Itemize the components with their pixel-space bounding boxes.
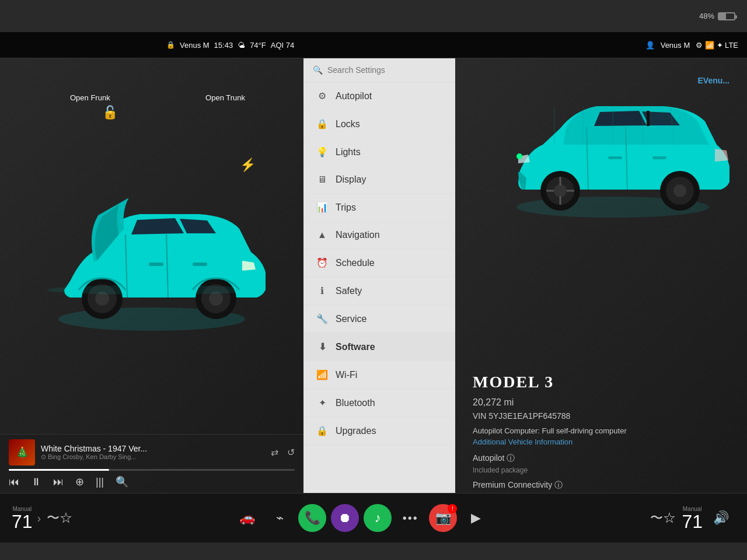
statusbar-user-name: Venus M xyxy=(661,41,690,50)
search-input[interactable] xyxy=(327,65,446,75)
car-visualization-left: Open Frunk Open Trunk 🔓 ⚡ xyxy=(0,58,303,434)
heat-icon[interactable]: 〜☆ xyxy=(46,504,74,532)
prev-button[interactable]: ⏮ xyxy=(9,476,19,488)
svg-rect-13 xyxy=(647,111,650,126)
left-panel: Open Frunk Open Trunk 🔓 ⚡ xyxy=(0,58,303,493)
taskbar-right: 〜☆ Manual 71 🔊 xyxy=(649,504,735,532)
settings-item-locks[interactable]: 🔒Locks xyxy=(304,110,455,138)
car-icon[interactable]: 🚗 xyxy=(233,504,261,532)
statusbar-user: Venus M xyxy=(180,41,210,50)
right-panel: EVenu... xyxy=(455,58,747,493)
play-icon[interactable]: ▶ xyxy=(462,504,490,532)
settings-item-trips[interactable]: 📊Trips xyxy=(304,194,455,222)
statusbar-time: 15:43 xyxy=(214,41,233,50)
svg-rect-26 xyxy=(608,156,622,159)
search-music-icon[interactable]: 🔍 xyxy=(116,475,128,488)
display-icon: 🖥 xyxy=(316,174,329,185)
settings-item-safety[interactable]: ℹSafety xyxy=(304,277,455,305)
battery-indicator: 48% xyxy=(699,12,735,20)
open-frunk-label[interactable]: Open Frunk xyxy=(70,93,110,103)
statusbar-aqi: AQI 74 xyxy=(271,41,294,50)
tesla-screen: 🔒 Venus M 15:43 🌤 74°F AQI 74 👤 Venus M … xyxy=(0,32,747,542)
autopilot-computer: Autopilot Computer: Full self-driving co… xyxy=(473,426,729,435)
navigation-label: Navigation xyxy=(336,230,444,240)
spotify-icon[interactable]: ♪ xyxy=(364,504,392,532)
battery-fill xyxy=(719,13,726,19)
schedule-label: Schedule xyxy=(336,258,444,268)
left-temp-value: 71 xyxy=(12,512,33,531)
trips-label: Trips xyxy=(336,202,444,213)
bluetooth-label: Bluetooth xyxy=(336,398,444,408)
taskbar: Manual 71 › 〜☆ 🚗 ⌁ 📞 ⏺ ♪ ••• 📷 ! ▶ 〜☆ Ma… xyxy=(0,493,747,542)
svg-point-18 xyxy=(554,184,567,197)
music-info: 🎄 White Christmas - 1947 Ver... ⊙ Bing C… xyxy=(9,439,295,466)
right-temp-display: Manual 71 xyxy=(682,506,703,531)
settings-item-software[interactable]: ⬇Software xyxy=(304,333,455,361)
svg-rect-10 xyxy=(193,262,207,266)
car-svg-right xyxy=(496,70,741,222)
locks-icon: 🔒 xyxy=(316,118,329,130)
music-title: White Christmas - 1947 Ver... xyxy=(41,444,265,453)
software-icon: ⬇ xyxy=(316,341,329,352)
settings-item-bluetooth[interactable]: ✦Bluetooth xyxy=(304,389,455,417)
add-button[interactable]: ⊕ xyxy=(75,475,84,488)
statusbar-user-icon: 👤 xyxy=(645,41,655,50)
main-content: Open Frunk Open Trunk 🔓 ⚡ xyxy=(0,58,747,493)
music-artist: ⊙ Bing Crosby, Ken Darby Sing... xyxy=(41,453,265,461)
settings-item-wifi[interactable]: 📶Wi-Fi xyxy=(304,361,455,389)
pause-button[interactable]: ⏸ xyxy=(31,476,41,488)
included-package: Included package xyxy=(473,466,729,474)
music-player: 🎄 White Christmas - 1947 Ver... ⊙ Bing C… xyxy=(0,434,303,493)
svg-point-21 xyxy=(673,184,686,197)
equalizer-icon[interactable]: ||| xyxy=(96,476,104,488)
taskbar-left: Manual 71 › 〜☆ xyxy=(12,504,74,532)
laptop-bezel-bottom xyxy=(0,542,747,560)
shuffle-icon[interactable]: ⇄ xyxy=(271,447,278,458)
tesla-statusbar: 🔒 Venus M 15:43 🌤 74°F AQI 74 👤 Venus M … xyxy=(0,32,747,58)
lights-icon: 💡 xyxy=(316,146,329,158)
statusbar-right: 👤 Venus M ⚙ 📶 ✦ LTE xyxy=(645,41,738,50)
car-info: MODEL 3 20,272 mi VIN 5YJ3E1EA1PF645788 … xyxy=(473,373,729,493)
phone-icon[interactable]: 📞 xyxy=(298,504,326,532)
settings-item-service[interactable]: 🔧Service xyxy=(304,305,455,333)
music-controls: ⏮ ⏸ ⏭ ⊕ ||| 🔍 xyxy=(9,475,295,488)
camera-record-icon[interactable]: ⏺ xyxy=(331,504,359,532)
left-temp-display: Manual 71 xyxy=(12,506,33,531)
settings-item-display[interactable]: 🖥Display xyxy=(304,166,455,194)
display-label: Display xyxy=(336,174,444,185)
repeat-icon[interactable]: ↺ xyxy=(287,447,295,458)
album-art: 🎄 xyxy=(9,439,35,466)
open-trunk-label[interactable]: Open Trunk xyxy=(205,93,245,103)
mileage: 20,272 mi xyxy=(473,397,729,408)
service-icon: 🔧 xyxy=(316,313,329,324)
svg-rect-9 xyxy=(149,262,163,266)
left-temp-arrow[interactable]: › xyxy=(37,512,41,525)
statusbar-weather: 74°F xyxy=(250,41,266,50)
autopilot-label: Autopilot xyxy=(336,91,444,102)
bluetooth-icon: ✦ xyxy=(316,397,329,408)
vehicle-info-link[interactable]: Additional Vehicle Information xyxy=(473,438,729,446)
settings-item-navigation[interactable]: ▲Navigation xyxy=(304,222,455,249)
lock-icon-car: 🔓 xyxy=(102,105,118,120)
progress-bar[interactable] xyxy=(9,469,295,471)
laptop-bezel-top: 48% xyxy=(0,0,747,32)
wiper-icon[interactable]: ⌁ xyxy=(266,504,294,532)
settings-item-upgrades[interactable]: 🔒Upgrades xyxy=(304,417,455,445)
volume-icon[interactable]: 🔊 xyxy=(707,504,735,532)
svg-point-11 xyxy=(47,285,257,295)
statusbar-lock-icon: 🔒 xyxy=(166,41,175,49)
settings-item-autopilot[interactable]: ⚙Autopilot xyxy=(304,82,455,110)
vin: VIN 5YJ3E1EA1PF645788 xyxy=(473,411,729,421)
next-button[interactable]: ⏭ xyxy=(53,476,64,488)
autopilot-section: Autopilot ⓘ xyxy=(473,453,729,464)
car-svg-left xyxy=(35,176,268,340)
heat-right-icon[interactable]: 〜☆ xyxy=(649,504,677,532)
settings-item-lights[interactable]: 💡Lights xyxy=(304,138,455,166)
safety-icon: ℹ xyxy=(316,285,329,296)
lightning-icon: ⚡ xyxy=(240,158,256,173)
wifi-icon: 📶 xyxy=(316,369,329,380)
more-icon[interactable]: ••• xyxy=(396,504,424,532)
upgrades-icon: 🔒 xyxy=(316,425,329,436)
settings-item-schedule[interactable]: ⏰Schedule xyxy=(304,249,455,277)
dashcam-icon[interactable]: 📷 ! xyxy=(429,504,457,532)
